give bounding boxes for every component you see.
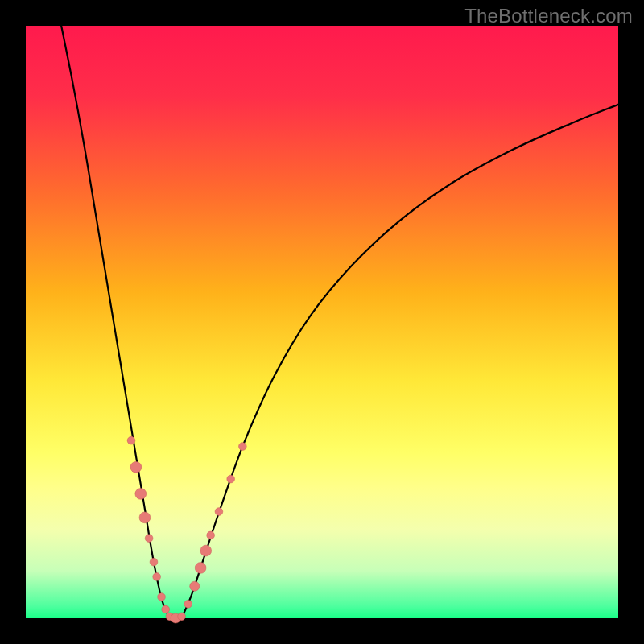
- chart-svg: [26, 26, 618, 618]
- data-marker: [130, 461, 142, 473]
- data-marker: [145, 535, 153, 543]
- data-marker: [207, 531, 215, 539]
- data-marker: [200, 545, 212, 556]
- data-marker: [127, 436, 135, 444]
- data-marker: [178, 613, 186, 621]
- curve-right-path: [182, 105, 618, 618]
- curve-left-path: [61, 26, 170, 618]
- data-marker: [190, 581, 200, 591]
- outer-frame: TheBottleneck.com: [0, 0, 644, 644]
- data-marker: [150, 558, 158, 566]
- markers-group: [127, 436, 246, 623]
- data-marker: [184, 600, 192, 608]
- data-marker: [162, 605, 170, 613]
- data-marker: [195, 563, 206, 574]
- data-marker: [227, 475, 235, 483]
- watermark-text: TheBottleneck.com: [464, 5, 633, 27]
- data-marker: [215, 508, 223, 516]
- data-marker: [139, 512, 151, 523]
- data-marker: [135, 489, 147, 500]
- data-marker: [239, 443, 247, 451]
- data-marker: [158, 593, 166, 601]
- data-marker: [153, 573, 161, 581]
